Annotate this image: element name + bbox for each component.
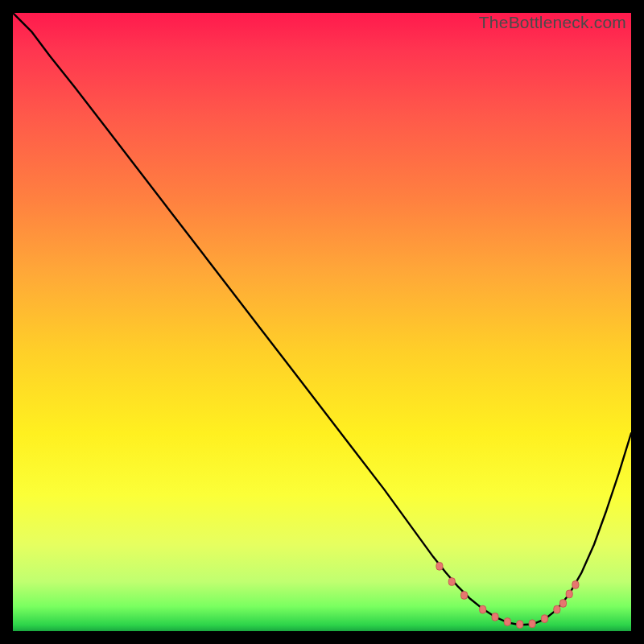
data-marker <box>492 613 498 621</box>
data-marker <box>554 605 560 613</box>
data-marker <box>461 592 468 600</box>
data-marker <box>566 590 572 598</box>
data-marker <box>572 581 579 589</box>
chart-canvas: TheBottleneck.com <box>0 0 644 644</box>
data-markers <box>436 563 579 629</box>
bottleneck-curve <box>13 13 631 625</box>
data-marker <box>448 578 455 586</box>
data-marker <box>560 600 567 608</box>
data-marker <box>517 621 523 629</box>
data-marker <box>504 618 510 626</box>
data-marker <box>541 615 547 623</box>
curve-layer <box>13 13 631 631</box>
data-marker <box>480 605 486 613</box>
data-marker <box>436 563 443 571</box>
plot-area: TheBottleneck.com <box>13 13 631 631</box>
data-marker <box>529 620 535 628</box>
